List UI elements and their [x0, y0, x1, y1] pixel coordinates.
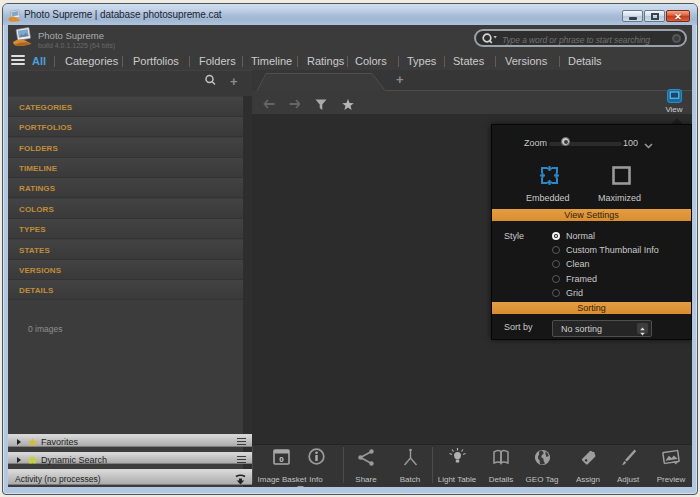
svg-text:0: 0 [279, 455, 284, 464]
